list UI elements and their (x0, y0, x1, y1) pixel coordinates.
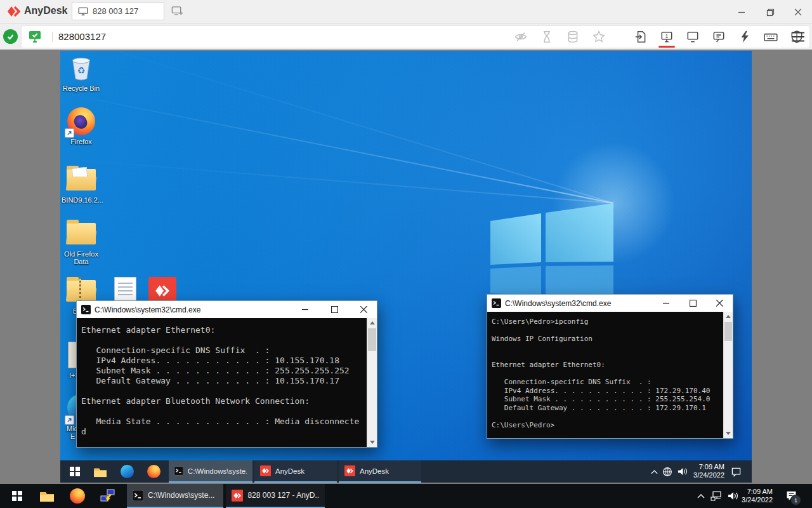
anydesk-icon (232, 490, 243, 502)
svg-text:♻: ♻ (77, 65, 86, 76)
firefox-icon (70, 488, 85, 504)
anydesk-window: AnyDesk 828 003 127 828003127 1 (0, 0, 812, 508)
cmd-right-maximize-button[interactable] (679, 295, 706, 312)
favorite-star-icon[interactable] (589, 27, 608, 46)
cmd-right-title: C:\Windows\system32\cmd.exe (505, 299, 611, 308)
wallpaper-ray (66, 93, 613, 204)
edge-button[interactable] (117, 460, 136, 483)
file-explorer-icon (93, 466, 107, 478)
edge-icon (121, 465, 134, 478)
remote-clock[interactable]: 7:09 AM3/24/2022 (691, 463, 724, 479)
wallpaper-ray (60, 157, 613, 204)
session-tab[interactable]: 828 003 127 (72, 2, 164, 20)
desktop-icon-label: Firefox (62, 138, 101, 145)
cmd-right-minimize-button[interactable] (653, 295, 679, 312)
session-id: 828003127 (58, 31, 106, 42)
cmd-left-close-button[interactable] (350, 301, 377, 318)
local-taskbar: C:\Windows\syste... 828 003 127 - AnyD..… (0, 484, 812, 508)
remote-connection-button[interactable] (98, 484, 118, 508)
anydesk-titlebar: AnyDesk 828 003 127 (0, 0, 812, 23)
start-icon (70, 467, 80, 477)
cmd-right-scrollbar[interactable] (723, 312, 733, 438)
toolbar-icons: 1 (511, 26, 812, 48)
start-icon (12, 491, 22, 501)
desktop-icon-recycle-bin[interactable]: ♻ Recycle Bin (62, 53, 101, 92)
windows-logo (488, 199, 615, 301)
cmd-icon (174, 466, 183, 476)
scrollbar-thumb[interactable] (724, 322, 732, 341)
window-minimize-button[interactable] (732, 6, 751, 18)
keyboard-settings-icon[interactable] (761, 27, 780, 46)
desktop-icon-firefox[interactable]: Firefox (62, 107, 101, 145)
start-button[interactable] (6, 484, 28, 508)
monitor-icon (78, 7, 88, 16)
file-explorer-button[interactable] (37, 484, 57, 508)
taskbar-task-anydesk-2[interactable]: AnyDesk (339, 460, 421, 483)
anydesk-logo-icon (6, 5, 22, 18)
network-pc-icon[interactable] (708, 484, 724, 508)
scrollbar-thumb[interactable] (368, 328, 376, 351)
firefox-button[interactable] (67, 484, 88, 508)
anydesk-icon (344, 465, 355, 476)
window-close-button[interactable] (789, 6, 808, 18)
remote-desktop: ♻ Recycle Bin Firefox BIND9.16.2... Old … (60, 51, 752, 483)
chevron-up-icon[interactable] (694, 484, 708, 508)
shortcut-arrow-icon (65, 415, 74, 425)
desktop-icon-bind9[interactable]: BIND9.16.2... (62, 165, 101, 204)
desktop-icon-label: Old Firefox Data (62, 250, 101, 265)
cmd-icon (81, 305, 91, 314)
hamburger-menu-icon[interactable] (790, 30, 806, 43)
firefox-icon (147, 465, 160, 478)
cmd-window-right[interactable]: C:\Windows\system32\cmd.exe C:\Users\Ped… (487, 294, 733, 439)
notification-icon[interactable] (728, 460, 744, 483)
file-explorer-button[interactable] (91, 460, 110, 483)
taskbar-task-anydesk-1[interactable]: AnyDesk (254, 460, 337, 483)
new-session-icon[interactable] (171, 6, 183, 17)
taskbar-task-cmd[interactable]: C:\Windows\syste... (169, 460, 252, 483)
storage-database-icon[interactable] (563, 27, 582, 46)
green-monitor-check-icon (28, 30, 42, 43)
scroll-down-icon[interactable] (367, 438, 377, 447)
cmd-left-title: C:\Windows\system32\cmd.exe (95, 305, 200, 314)
scroll-down-icon[interactable] (724, 429, 733, 438)
window-restore-button[interactable] (761, 6, 780, 18)
privacy-mode-icon[interactable] (511, 27, 530, 46)
file-transfer-icon[interactable] (631, 27, 650, 46)
cmd-window-left[interactable]: C:\Windows\system32\cmd.exe Ethernet ada… (76, 300, 377, 448)
app-title: AnyDesk (24, 5, 67, 17)
session-hourglass-icon[interactable] (537, 27, 556, 46)
scroll-up-icon[interactable] (724, 312, 733, 321)
cmd-right-close-button[interactable] (706, 295, 733, 312)
remote-computers-icon (100, 488, 116, 504)
firefox-button[interactable] (144, 460, 163, 483)
scroll-up-icon[interactable] (367, 318, 377, 328)
desktop-icon-label: Recycle Bin (62, 84, 101, 92)
folder-icon (67, 169, 96, 190)
local-clock[interactable]: 7:09 AM3/24/2022 (738, 488, 773, 504)
taskbar-task-anydesk[interactable]: 828 003 127 - AnyD... (226, 484, 325, 508)
desktop-icon-old-firefox-data[interactable]: Old Firefox Data (62, 219, 101, 265)
actions-lightning-icon[interactable] (735, 27, 754, 46)
notification-badge: 1 (790, 495, 801, 505)
cmd-right-output: C:\Users\Pedro>ipconfig Windows IP Confi… (492, 318, 710, 430)
chevron-up-icon[interactable] (648, 460, 660, 483)
cmd-left-scrollbar[interactable] (367, 318, 377, 447)
session-tab-label: 828 003 127 (93, 6, 138, 16)
network-globe-icon[interactable] (660, 460, 674, 483)
cmd-icon (133, 490, 143, 501)
cmd-left-output: Ethernet adapter Ethernet0: Connection-s… (81, 325, 359, 437)
file-explorer-icon (39, 490, 55, 502)
cmd-left-maximize-button[interactable] (321, 301, 348, 318)
speaker-icon[interactable] (674, 460, 690, 483)
cmd-left-minimize-button[interactable] (292, 301, 318, 318)
start-button[interactable] (65, 460, 84, 483)
monitor-1-icon[interactable]: 1 (657, 27, 676, 46)
connected-check-icon (3, 29, 18, 44)
chat-icon[interactable] (709, 27, 728, 46)
zip-folder-icon (67, 280, 96, 302)
notification-icon[interactable]: 1 (782, 484, 801, 508)
fullscreen-monitor-icon[interactable] (683, 27, 702, 46)
shortcut-arrow-icon (65, 128, 74, 138)
remote-taskbar: C:\Windows\syste... AnyDesk AnyDesk 7:09… (60, 460, 752, 483)
taskbar-task-cmd[interactable]: C:\Windows\syste... (127, 484, 223, 508)
